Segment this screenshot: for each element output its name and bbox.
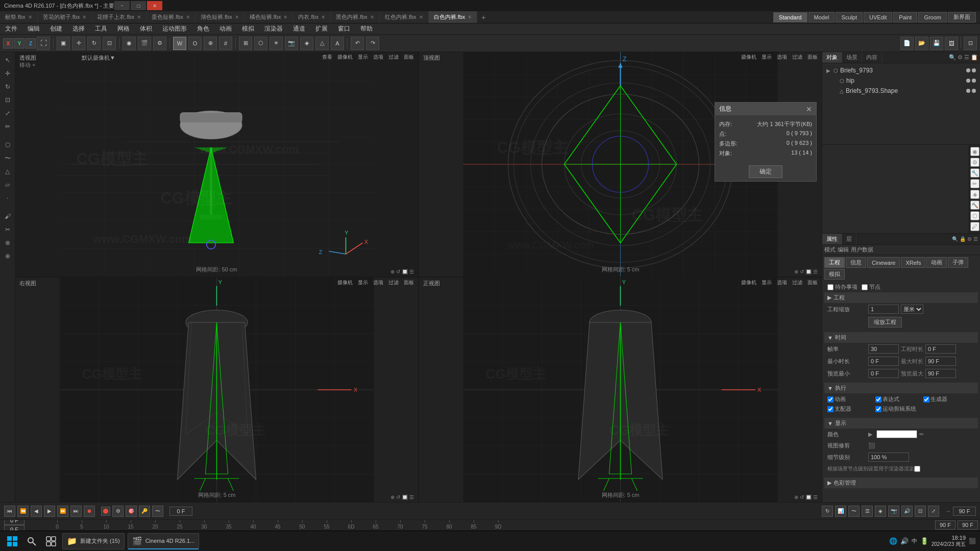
tab-item-3[interactable]: 花狸子上衣.fbx✕ [92, 11, 146, 23]
tab-item-5[interactable]: 湖色短裤.fbx✕ [195, 11, 244, 23]
play-rec-btn[interactable]: ⏺ [84, 506, 95, 517]
lt-move[interactable]: ✛ [2, 67, 14, 80]
tl-end-input[interactable] [935, 520, 955, 530]
lt-knife[interactable]: ✂ [2, 223, 14, 236]
viewport-perspective[interactable]: X Y Z CG模型主 CG模型主 www.CGMXW.com www.CGMX… [15, 52, 418, 277]
rp-tab-content[interactable]: 内容 [862, 52, 882, 63]
tab-item-1[interactable]: 献祭.fbx✕ [0, 11, 38, 23]
lt-rotate[interactable]: ↻ [2, 81, 14, 93]
tab-add-button[interactable]: + [477, 11, 489, 23]
axis-y-button[interactable]: Y [14, 38, 24, 48]
perspective-btn[interactable]: ⬡ [254, 37, 267, 50]
vp-controls-2[interactable]: ↺ [396, 269, 400, 274]
show-axis-btn[interactable]: ⊞ [239, 37, 252, 50]
vp-top-ctrl3[interactable]: 🔲 [805, 269, 812, 274]
attr-tab-attr[interactable]: 属性 [822, 234, 842, 244]
current-frame-input[interactable] [169, 507, 192, 516]
prop-tab-animation[interactable]: 动画 [926, 257, 947, 268]
vp-top-ctrl2[interactable]: ↺ [800, 269, 804, 274]
tray-battery-icon[interactable]: 🔋 [920, 537, 928, 545]
tray-datetime[interactable]: 18:19 2024/2/23 周五 [932, 535, 966, 548]
menu-character[interactable]: 角色 [195, 23, 211, 35]
mode-sculpt[interactable]: Sculpt [836, 12, 863, 22]
key-btn[interactable]: 🔑 [139, 506, 150, 517]
mode-uvedit[interactable]: UVEdit [864, 12, 892, 22]
menu-select[interactable]: 选择 [70, 23, 87, 35]
mode-standard[interactable]: Standard [773, 12, 807, 22]
file-new-btn[interactable]: 📄 [900, 37, 914, 50]
ric-gear[interactable]: ⚙ [970, 158, 979, 167]
obj-expand-briefs[interactable]: ▶ [826, 68, 834, 73]
vp-panel-btn[interactable]: 面板 [402, 53, 416, 61]
vp-f-ctrl4[interactable]: ☰ [813, 494, 818, 500]
ric-hammer[interactable]: 🔨 [970, 201, 979, 210]
redo-btn[interactable]: ↷ [366, 37, 379, 50]
menu-tools[interactable]: 工具 [93, 23, 109, 35]
lt-edge[interactable]: ▱ [2, 179, 14, 191]
tab-item-2[interactable]: 苦花的裙子.fbx✕ [38, 11, 92, 23]
vp-f-ctrl3[interactable]: 🔲 [805, 494, 812, 500]
vp-r-ctrl3[interactable]: 🔲 [402, 494, 408, 500]
vp-display-btn[interactable]: 显示 [356, 53, 370, 61]
playback-settings-btn[interactable]: ⚙ [112, 506, 124, 517]
timeline-btn[interactable]: 📊 [835, 506, 846, 517]
vp-top-panel[interactable]: 面板 [805, 53, 820, 61]
cam-btn2[interactable]: 📷 [888, 506, 899, 517]
ric-circle[interactable]: ◉ [970, 147, 979, 156]
prop-tab-cineware[interactable]: Cineware [867, 257, 900, 268]
menu-channel[interactable]: 通道 [291, 23, 307, 35]
undo-btn[interactable]: ↶ [351, 37, 364, 50]
tab-item-6[interactable]: 橘色短裤.fbx✕ [244, 11, 293, 23]
mode-model[interactable]: Model [808, 12, 835, 22]
vp-r-panel[interactable]: 面板 [402, 279, 416, 287]
checkbox-todo[interactable]: 待办事项 [827, 283, 857, 291]
record-type-btn[interactable] [101, 507, 110, 516]
exec-animation[interactable]: 动画 [827, 395, 873, 403]
color-edit-btn[interactable]: ✏ [919, 431, 924, 438]
ric-pen[interactable]: 🖊 [970, 222, 979, 231]
lt-magnet[interactable]: ⊕ [2, 250, 14, 262]
loop-btn[interactable]: ↻ [822, 506, 833, 517]
dialog-close-btn[interactable]: ✕ [806, 105, 812, 113]
prop-tab-info[interactable]: 信息 [846, 257, 866, 268]
vp-controls-1[interactable]: ⊕ [390, 269, 395, 274]
render-settings-btn[interactable]: ⚙ [153, 37, 166, 50]
vp-f-display[interactable]: 显示 [760, 279, 774, 287]
file-open-btn[interactable]: 📂 [915, 37, 928, 50]
minimize-button[interactable]: － [114, 1, 130, 10]
vp-f-ctrl2[interactable]: ↺ [800, 494, 804, 500]
tool-rotate-btn[interactable]: ↻ [87, 37, 101, 50]
lt-draw[interactable]: ✏ [2, 120, 14, 133]
render-btn[interactable]: 🎬 [138, 37, 151, 50]
prop-fps-input[interactable] [868, 344, 899, 354]
obj-row-briefs[interactable]: ▶ ⬡ Briefs_9793 [824, 65, 978, 76]
lt-point[interactable]: · [2, 192, 14, 204]
vp-camera-btn[interactable]: 摄像机 [335, 53, 355, 61]
section-display-header[interactable]: ▼ 显示 [824, 418, 978, 429]
motion-btn[interactable]: 〜 [152, 506, 163, 517]
vp-top-camera[interactable]: 摄像机 [739, 53, 758, 61]
vp-controls-4[interactable]: ☰ [409, 269, 414, 274]
tl-start2-input[interactable] [4, 525, 24, 531]
rp-menu-btn[interactable]: ☰ [964, 54, 969, 61]
attr-tab-layer[interactable]: 层 [842, 234, 856, 244]
start-button[interactable] [4, 533, 20, 549]
vp-r-display[interactable]: 显示 [356, 279, 370, 287]
section-colormgmt-header[interactable]: ▶ 色彩管理 [824, 478, 978, 488]
wire-btn[interactable]: A [331, 37, 344, 50]
vp-f-camera[interactable]: 摄像机 [739, 279, 758, 287]
prop-scale-input[interactable] [868, 305, 899, 314]
vp-filter-btn[interactable]: 过滤 [386, 53, 401, 61]
menu-volume[interactable]: 体积 [138, 23, 154, 35]
vp-r-filter[interactable]: 过滤 [386, 279, 401, 287]
prop-tab-engineering[interactable]: 工程 [824, 257, 845, 268]
axis-z-button[interactable]: Z [26, 38, 36, 48]
tray-sound-icon[interactable]: 🔊 [900, 537, 909, 545]
exec-dominator[interactable]: 支配器 [827, 405, 873, 413]
menu-mesh[interactable]: 网格 [115, 23, 132, 35]
vp-r-ctrl4[interactable]: ☰ [409, 494, 414, 500]
vp-controls-3[interactable]: 🔲 [402, 269, 408, 274]
end-frame-input[interactable] [953, 507, 976, 516]
layout-btn[interactable]: ⊡ [964, 37, 977, 50]
prop-minlen-input[interactable] [868, 357, 899, 366]
